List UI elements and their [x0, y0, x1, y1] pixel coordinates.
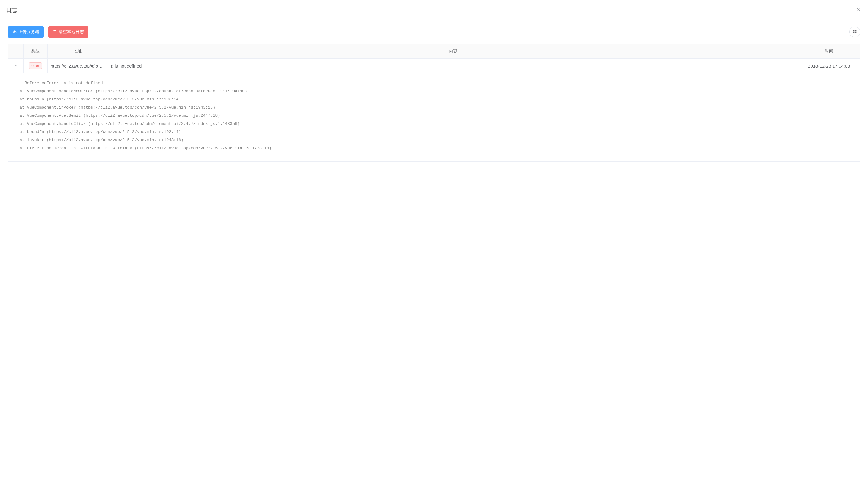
header-content: 内容 [108, 44, 798, 59]
clear-label: 清空本地日志 [59, 29, 84, 35]
expanded-row: ReferenceError: a is not defined at VueC… [8, 73, 860, 161]
header-url: 地址 [47, 44, 108, 59]
dialog-header: 日志 [0, 0, 868, 17]
upload-button[interactable]: 上传服务器 [8, 26, 44, 38]
dialog-title: 日志 [6, 7, 17, 14]
close-icon[interactable] [855, 6, 862, 14]
grid-icon [852, 29, 857, 35]
svg-rect-5 [855, 32, 856, 33]
url-cell: https://cli2.avue.top/#/log… [51, 63, 105, 68]
svg-rect-3 [855, 30, 856, 31]
svg-rect-4 [853, 32, 855, 33]
dialog: 日志 上传服务器 [0, 0, 868, 495]
toolbar-left: 上传服务器 清空本地日志 [8, 26, 88, 38]
table-header-row: 类型 地址 内容 时间 [8, 44, 860, 59]
upload-label: 上传服务器 [18, 29, 39, 35]
expand-toggle[interactable] [14, 63, 18, 68]
header-time: 时间 [798, 44, 860, 59]
log-table: 类型 地址 内容 时间 error [8, 44, 860, 162]
time-cell: 2018-12-23 17:04:03 [801, 63, 857, 68]
clear-button[interactable]: 清空本地日志 [48, 26, 88, 38]
table-row: error https://cli2.avue.top/#/log… a is … [8, 59, 860, 73]
header-type: 类型 [23, 44, 47, 59]
header-expand [8, 44, 23, 59]
content-cell: a is not defined [111, 63, 795, 68]
dialog-body: 上传服务器 清空本地日志 [0, 17, 868, 168]
trash-icon [53, 30, 57, 35]
svg-rect-2 [853, 30, 855, 31]
error-tag: error [29, 63, 42, 69]
stack-trace: ReferenceError: a is not defined at VueC… [17, 79, 851, 152]
cloud-upload-icon [12, 30, 17, 35]
toolbar: 上传服务器 清空本地日志 [8, 26, 860, 38]
column-settings-button[interactable] [849, 27, 860, 37]
